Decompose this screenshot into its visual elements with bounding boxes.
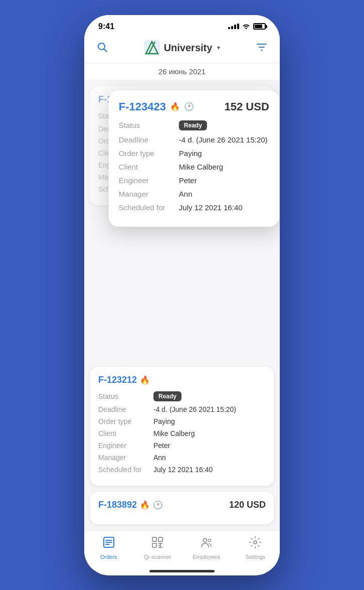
card-id-3: F-183892 🔥 🕐 xyxy=(98,500,163,510)
order-card-3[interactable]: F-183892 🔥 🕐 120 USD xyxy=(90,492,274,524)
popup-scheduled-label: Scheduled for xyxy=(119,203,179,212)
status-badge-2: Ready xyxy=(153,391,181,401)
scheduled-label-2: Scheduled for xyxy=(98,466,153,474)
popup-status-label: Status xyxy=(119,121,179,129)
qr-scanner-label: Qr-scanner xyxy=(144,554,171,560)
home-indicator xyxy=(149,570,215,572)
bottom-nav: Orders Qr-scanner xyxy=(84,530,280,570)
scheduled-value-2: July 12 2021 16:40 xyxy=(153,466,213,474)
popup-ordertype-label: Order type xyxy=(119,149,179,158)
status-time: 9:41 xyxy=(98,22,114,31)
svg-point-17 xyxy=(208,539,211,541)
popup-engineer-value: Peter xyxy=(179,176,197,185)
date-label: 26 июнь 2021 xyxy=(158,67,206,76)
wifi-icon xyxy=(242,23,250,31)
svg-rect-11 xyxy=(152,543,156,547)
deadline-value-2: -4 d. (June 26 2021 15:20) xyxy=(153,405,236,413)
manager-label-2: Manager xyxy=(98,454,153,462)
status-icons xyxy=(228,23,266,31)
status-label-2: Status xyxy=(98,392,153,400)
qr-scanner-icon xyxy=(151,536,164,552)
orders-label: Orders xyxy=(100,554,117,560)
chevron-down-icon: ▾ xyxy=(217,44,220,51)
svg-point-16 xyxy=(203,538,207,542)
client-label-2: Client xyxy=(98,429,153,437)
settings-label: Settings xyxy=(245,554,265,560)
manager-value-2: Ann xyxy=(153,454,166,462)
engineer-value-2: Peter xyxy=(153,441,170,450)
card-id-2: F-123212 🔥 xyxy=(98,375,150,385)
clock-icon-3: 🕐 xyxy=(153,500,163,510)
nav-item-qr-scanner[interactable]: Qr-scanner xyxy=(140,536,175,560)
popup-deadline-value: -4 d. (June 26 2021 15:20) xyxy=(179,135,268,144)
brand-name: University xyxy=(164,42,213,54)
popup-card[interactable]: F-123423 🔥 🕐 152 USD Status Ready Deadli… xyxy=(109,90,279,227)
popup-deadline-label: Deadline xyxy=(119,135,179,144)
phone-frame: 9:41 xyxy=(84,15,280,575)
card-amount-3: 120 USD xyxy=(229,500,266,510)
svg-point-18 xyxy=(254,541,257,544)
popup-engineer-label: Engineer xyxy=(119,176,179,185)
search-button[interactable] xyxy=(94,39,110,57)
popup-clock-icon: 🕐 xyxy=(184,102,194,111)
nav-item-settings[interactable]: Settings xyxy=(238,536,273,560)
orders-icon xyxy=(102,536,115,552)
popup-client-label: Client xyxy=(119,163,179,171)
brand-selector[interactable]: University ▾ xyxy=(144,40,221,56)
popup-ordertype-value: Paying xyxy=(179,149,202,158)
popup-fire-icon: 🔥 xyxy=(170,102,180,111)
fire-icon-2: 🔥 xyxy=(140,375,150,385)
client-value-2: Mike Calberg xyxy=(153,429,195,437)
deadline-label-2: Deadline xyxy=(98,405,153,413)
battery-icon xyxy=(253,23,266,30)
employees-label: Employees xyxy=(193,554,220,560)
main-content: F-123423 🔥 🕐 152 USD Status Ready Deadli… xyxy=(84,80,280,530)
ordertype-value-2: Paying xyxy=(153,417,175,425)
popup-amount: 152 USD xyxy=(225,100,269,113)
brand-logo-icon xyxy=(144,40,160,56)
nav-item-orders[interactable]: Orders xyxy=(91,536,126,560)
popup-scheduled-value: July 12 2021 16:40 xyxy=(179,203,243,212)
svg-line-1 xyxy=(104,49,107,52)
employees-icon xyxy=(200,536,213,552)
svg-rect-9 xyxy=(152,537,156,541)
popup-id: F-123423 🔥 🕐 xyxy=(119,100,194,113)
popup-client-value: Mike Calberg xyxy=(179,163,223,171)
nav-item-employees[interactable]: Employees xyxy=(189,536,224,560)
fire-icon-3: 🔥 xyxy=(140,500,150,510)
ordertype-label-2: Order type xyxy=(98,417,153,425)
date-bar: 26 июнь 2021 xyxy=(84,63,280,80)
popup-manager-label: Manager xyxy=(119,190,179,198)
order-card-2[interactable]: F-123212 🔥 Status Ready Deadline -4 d. (… xyxy=(90,367,274,486)
top-nav: University ▾ xyxy=(84,35,280,63)
settings-icon xyxy=(249,536,262,552)
popup-manager-value: Ann xyxy=(179,190,193,198)
signal-bars-icon xyxy=(228,24,239,29)
popup-status-badge: Ready xyxy=(179,120,207,130)
status-bar: 9:41 xyxy=(84,15,280,35)
svg-rect-10 xyxy=(158,537,162,541)
engineer-label-2: Engineer xyxy=(98,441,153,450)
filter-button[interactable] xyxy=(254,39,270,57)
